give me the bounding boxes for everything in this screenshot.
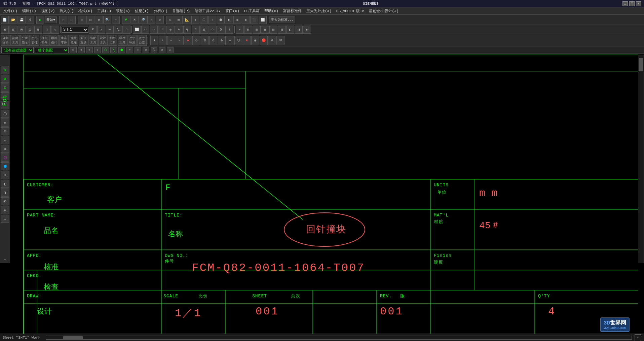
tb2-btn-19[interactable]: ⊘ — [183, 26, 191, 34]
lp-btn-18[interactable]: ⊟ — [1, 215, 9, 223]
filter-dropdown[interactable]: 没有选过滤器 — [1, 47, 34, 53]
sel-btn-9[interactable]: ○ — [135, 47, 141, 53]
lp-btn-7[interactable]: ◈ — [1, 118, 9, 127]
tb-btn-4[interactable]: 🔍 — [103, 16, 111, 24]
save-button[interactable]: 💾 — [17, 16, 26, 24]
tb2-btn-5[interactable]: ⊠ — [34, 26, 42, 34]
sel-btn-2[interactable]: ⊛ — [78, 47, 85, 53]
sel-btn-5[interactable]: ⬡ — [102, 47, 109, 53]
scrollbar-h[interactable] — [46, 336, 632, 340]
tb-btn-9[interactable]: ✕ — [147, 16, 155, 24]
tb2-btn-2[interactable]: ⊞ — [9, 26, 17, 34]
tb-btn-1[interactable]: ⊞ — [78, 16, 86, 24]
tb-btn-10[interactable]: ⊗ — [156, 16, 164, 24]
tb3-extra-14[interactable]: 🔴 — [260, 36, 268, 45]
tb3-extra-9[interactable]: ⊘ — [218, 36, 226, 45]
tb2-btn-14[interactable]: ⌒ — [141, 26, 149, 34]
tb2-btn-31[interactable]: ◧ — [286, 26, 294, 34]
tb3-extra-8[interactable]: ⊕ — [209, 36, 217, 45]
lp-btn-17[interactable]: ◈ — [1, 206, 9, 214]
tb2-btn-26[interactable]: ▤ — [244, 26, 252, 34]
tb3-extra-2[interactable]: ⬇ — [159, 36, 167, 45]
assembly-dropdown[interactable]: 整个装配 — [35, 47, 69, 53]
tb3-extra-13[interactable]: ◉ — [251, 36, 259, 45]
tb3-btn-7[interactable]: 水准零件 — [59, 35, 69, 46]
tb2-btn-8[interactable]: ▼ — [89, 26, 97, 34]
sel-btn-6[interactable]: ╲ — [110, 47, 117, 53]
tb2-btn-16[interactable]: + — [158, 26, 166, 34]
lp-btn-13[interactable]: ⊙ — [1, 171, 9, 179]
undo-button[interactable]: ↩ — [59, 16, 67, 24]
tb2-btn-23[interactable]: ⟫ — [217, 26, 225, 34]
menu-preferences[interactable]: 首选项(P) — [170, 8, 192, 14]
tb3-btn-2[interactable]: 割面工具 — [10, 35, 20, 46]
tb3-extra-12[interactable]: ● — [243, 36, 251, 45]
tb-btn-3[interactable]: ⊕ — [95, 16, 103, 24]
lp-btn-1[interactable]: ⊙ — [1, 66, 9, 74]
menu-hb[interactable]: HB_MOULD 版:6 — [334, 8, 367, 14]
tb2-btn-1[interactable]: ▣ — [1, 26, 9, 34]
lp-btn-14[interactable]: ◧ — [1, 180, 9, 188]
tb2-btn-25[interactable]: ✦ — [236, 26, 244, 34]
sel-btn-12[interactable]: ⊘ — [159, 47, 165, 53]
tb2-btn-17[interactable]: ⊕ — [166, 26, 175, 34]
tb-btn-13[interactable]: 📐 — [183, 16, 191, 24]
tb-btn-17[interactable]: ⬢ — [217, 16, 225, 24]
tb2-btn-21[interactable]: ⊟ — [200, 26, 208, 34]
tb2-btn-12[interactable]: ○ — [122, 26, 130, 34]
menu-format[interactable]: 格式(O) — [76, 8, 94, 14]
tb2-btn-33[interactable]: ◩ — [303, 26, 311, 34]
tb3-extra-5[interactable]: ▲ — [184, 36, 192, 45]
tb3-btn-4[interactable]: 图层管理 — [30, 35, 39, 46]
menu-insert[interactable]: 插入(S) — [58, 8, 76, 14]
scrollbar-thumb-h[interactable] — [63, 336, 83, 340]
tb-btn-5[interactable]: ✂ — [112, 16, 120, 24]
tb3-btn-9[interactable]: 斜顶滑块 — [79, 35, 88, 46]
tb3-extra-1[interactable]: ⬆ — [150, 36, 158, 45]
tb2-btn-7[interactable]: ⊙ — [51, 26, 59, 34]
redo-button[interactable]: ↪ — [68, 16, 76, 24]
lp-btn-11[interactable]: ⬡ — [1, 154, 9, 162]
start-button[interactable]: ▶ — [36, 16, 44, 24]
tb-btn-8[interactable]: 🔎 — [139, 16, 147, 24]
sel-btn-11[interactable]: ╲ — [151, 47, 157, 53]
lp-btn-8[interactable]: ⊘ — [1, 127, 9, 135]
tb3-btn-8[interactable]: 螺柱顶端 — [69, 35, 78, 46]
right-scrollbar[interactable] — [638, 55, 644, 263]
tb3-btn-13[interactable]: 零件工具 — [118, 35, 127, 46]
menu-xingchuang[interactable]: 星创全3D设计(J) — [367, 8, 401, 14]
tb3-btn-3[interactable]: 分析显示 — [20, 35, 30, 46]
sel-btn-13[interactable]: A — [167, 47, 174, 53]
sheet-selector[interactable]: SHT1 — [62, 27, 88, 33]
tb-btn-20[interactable]: ◆ — [242, 16, 250, 24]
sel-btn-3[interactable]: ⊘ — [86, 47, 93, 53]
tb-btn-21[interactable]: ⬛ — [250, 16, 258, 24]
tb3-extra-6[interactable]: ⊙ — [192, 36, 200, 45]
tb-btn-14[interactable]: ◈ — [191, 16, 199, 24]
sel-btn-7[interactable]: ⬢ — [118, 47, 125, 53]
maximize-button[interactable]: □ — [629, 1, 635, 6]
lp-btn-12[interactable]: ⬢ — [1, 162, 9, 170]
tb3-btn-5[interactable]: 打开部件 — [40, 35, 49, 46]
minimize-button[interactable]: _ — [622, 1, 628, 6]
tb2-btn-29[interactable]: ▧ — [269, 26, 277, 34]
tb3-btn-11[interactable]: 设计工具 — [98, 35, 108, 46]
tb3-extra-7[interactable]: ⊡ — [201, 36, 209, 45]
lp-btn-6[interactable]: ⬡ — [1, 110, 9, 118]
open-button[interactable]: 📂 — [9, 16, 17, 24]
sel-btn-10[interactable]: ⊕ — [143, 47, 149, 53]
tb3-extra-10[interactable]: ◈ — [226, 36, 234, 45]
tb3-extra-3[interactable]: ⬅ — [167, 36, 175, 45]
lp-btn-15[interactable]: ◨ — [1, 189, 9, 197]
tb-btn-6[interactable]: A — [122, 16, 130, 24]
menu-gc[interactable]: GC工具箱 — [242, 8, 262, 14]
sel-btn-1[interactable]: ⊡ — [70, 47, 77, 53]
tb-btn-22[interactable]: ⬜ — [259, 16, 267, 24]
tb2-btn-28[interactable]: ▦ — [261, 26, 269, 34]
tb-btn-11[interactable]: ⊙ — [166, 16, 174, 24]
new-button[interactable]: 📄 — [1, 16, 9, 24]
lp-btn-2[interactable]: ⊕ — [1, 75, 9, 83]
tb3-extra-15[interactable]: ⊛ — [268, 36, 276, 45]
menu-fuchang[interactable]: 富昌标准件 — [281, 8, 304, 14]
menu-info[interactable]: 信息(I) — [133, 8, 151, 14]
